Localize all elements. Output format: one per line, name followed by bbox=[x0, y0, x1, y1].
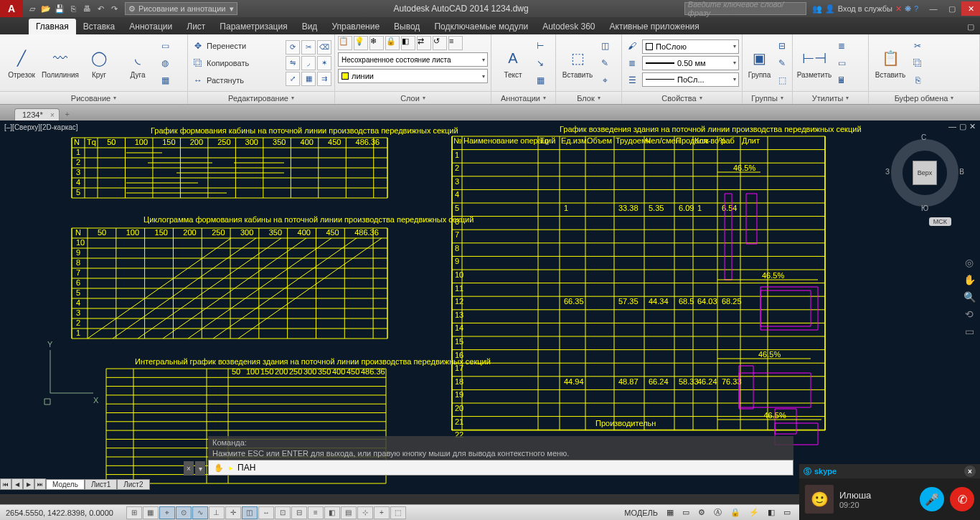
panel-annot-title[interactable]: Аннотации bbox=[491, 91, 555, 104]
status-clean-icon[interactable]: ▭ bbox=[781, 508, 793, 517]
mirror-icon[interactable]: ⇋ bbox=[286, 56, 300, 70]
paste-tool[interactable]: 📋Вставить bbox=[872, 37, 909, 90]
layer-iso-icon[interactable]: ◧ bbox=[401, 36, 415, 50]
minimize-button[interactable]: — bbox=[924, 1, 943, 16]
skype-close-icon[interactable]: × bbox=[964, 465, 976, 477]
qat-saveas-icon[interactable]: ⎘ bbox=[67, 2, 80, 15]
layout-tab-model[interactable]: Модель bbox=[46, 479, 85, 490]
offset-icon[interactable]: ⇉ bbox=[317, 72, 331, 86]
viewcube-n[interactable]: С bbox=[921, 133, 926, 141]
canvas-minimize-icon[interactable]: — bbox=[948, 122, 956, 131]
dim-linear-icon[interactable]: ⊢ bbox=[533, 38, 547, 54]
status-toggle-12[interactable]: ◧ bbox=[324, 506, 340, 519]
status-hw-icon[interactable]: ⚡ bbox=[746, 508, 762, 517]
layer-current-dropdown[interactable]: линии bbox=[338, 69, 488, 83]
status-grid-icon[interactable]: ▦ bbox=[664, 508, 677, 517]
stayconn-icon[interactable]: ❋ bbox=[905, 4, 911, 14]
layer-match-icon[interactable]: ⇄ bbox=[417, 36, 431, 50]
qat-save-icon[interactable]: 💾 bbox=[53, 2, 66, 15]
skype-notification[interactable]: Ⓢ skype × 🙂 Илюша 09:20 🎤 ✆ bbox=[799, 464, 980, 520]
calc-icon[interactable]: 🖩 bbox=[834, 72, 849, 88]
status-annoscale-icon[interactable]: Ⓐ bbox=[711, 507, 725, 518]
viewcube-w[interactable]: З bbox=[885, 168, 890, 176]
status-toggle-0[interactable]: ⊞ bbox=[126, 506, 142, 519]
draw-extra-1[interactable]: ▭ bbox=[158, 38, 172, 54]
cut-icon[interactable]: ✂ bbox=[910, 38, 925, 54]
layer-walk-icon[interactable]: ≡ bbox=[448, 36, 463, 50]
polyline-tool[interactable]: 〰Полилиния bbox=[42, 37, 79, 90]
ribbon-minimize-icon[interactable]: ▢ bbox=[961, 19, 980, 34]
copy-clip-icon[interactable]: ⿻ bbox=[910, 55, 925, 71]
ribbon-tab-5[interactable]: Вид bbox=[295, 19, 325, 34]
viewcube[interactable]: Верх С Ю В З bbox=[885, 133, 964, 212]
layout-last-icon[interactable]: ⏭ bbox=[34, 478, 46, 490]
erase-icon[interactable]: ⌫ bbox=[317, 40, 331, 55]
line-tool[interactable]: ╱Отрезок bbox=[3, 37, 40, 90]
ribbon-tab-2[interactable]: Аннотации bbox=[122, 19, 179, 34]
coordinates[interactable]: 2654.5550, 1422.8398, 0.0000 bbox=[0, 509, 119, 517]
infocenter-icon[interactable]: 👥 bbox=[812, 4, 822, 14]
layout-prev-icon[interactable]: ◀ bbox=[11, 478, 23, 490]
paste-spec-icon[interactable]: ⎘ bbox=[910, 72, 925, 88]
layer-prop-icon[interactable]: 📋 bbox=[338, 36, 352, 50]
ribbon-tab-6[interactable]: Управление bbox=[324, 19, 387, 34]
status-qp-icon[interactable]: ⚙ bbox=[695, 508, 708, 517]
color-dropdown[interactable]: ПоСлою bbox=[642, 39, 739, 54]
status-toggle-10[interactable]: ⊟ bbox=[291, 506, 307, 519]
status-toggle-5[interactable]: ⊥ bbox=[209, 506, 225, 519]
panel-groups-title[interactable]: Группы bbox=[743, 91, 792, 104]
lineweight-dropdown[interactable]: 0.50 мм bbox=[642, 56, 739, 70]
signin-area[interactable]: 👥 👤 Вход в службы ✕ ❋ ? bbox=[812, 4, 918, 14]
insert-block[interactable]: ⬚Вставить bbox=[559, 37, 596, 90]
viewcube-top[interactable]: Верх bbox=[913, 161, 937, 185]
help-icon[interactable]: ? bbox=[914, 4, 918, 13]
draw-extra-3[interactable]: ▦ bbox=[158, 72, 172, 88]
layout-next-icon[interactable]: ▶ bbox=[23, 478, 34, 490]
command-input[interactable] bbox=[237, 463, 788, 473]
viewcube-s[interactable]: Ю bbox=[921, 204, 928, 212]
model-space-button[interactable]: МОДЕЛЬ bbox=[621, 509, 661, 517]
qat-undo-icon[interactable]: ↶ bbox=[94, 2, 107, 15]
maximize-button[interactable]: ▢ bbox=[943, 1, 961, 16]
status-toggle-13[interactable]: ▤ bbox=[341, 506, 357, 519]
status-toggle-1[interactable]: ▦ bbox=[143, 506, 159, 519]
status-toggle-15[interactable]: + bbox=[374, 506, 390, 519]
circle-tool[interactable]: ◯Круг bbox=[80, 37, 118, 90]
ribbon-tab-0[interactable]: Главная bbox=[29, 19, 76, 34]
layer-prev-icon[interactable]: ↺ bbox=[433, 36, 447, 50]
status-toggle-6[interactable]: ✛ bbox=[225, 506, 241, 519]
ribbon-tab-10[interactable]: Активные приложения bbox=[603, 19, 707, 34]
close-button[interactable]: ✕ bbox=[961, 1, 980, 16]
trim-icon[interactable]: ✂ bbox=[301, 40, 316, 55]
panel-utils-title[interactable]: Утилиты bbox=[793, 91, 868, 104]
matchprop-icon[interactable]: 🖌 bbox=[625, 38, 639, 54]
qat-new-icon[interactable]: ▱ bbox=[26, 2, 39, 15]
panel-clip-title[interactable]: Буфер обмена bbox=[869, 91, 979, 104]
draw-extra-2[interactable]: ◍ bbox=[158, 55, 172, 71]
viewcube-e[interactable]: В bbox=[959, 168, 964, 176]
status-toggle-11[interactable]: ≡ bbox=[308, 506, 324, 519]
command-line[interactable]: ✋ ▸ bbox=[208, 460, 793, 476]
layer-off-icon[interactable]: 💡 bbox=[354, 36, 368, 50]
ribbon-tab-3[interactable]: Лист bbox=[179, 19, 212, 34]
leader-icon[interactable]: ↘ bbox=[533, 55, 547, 71]
group-sel-icon[interactable]: ⬚ bbox=[775, 72, 789, 88]
status-iso-icon[interactable]: ◧ bbox=[765, 508, 778, 517]
status-toggle-9[interactable]: ⊡ bbox=[275, 506, 291, 519]
ribbon-tab-8[interactable]: Подключаемые модули bbox=[427, 19, 535, 34]
file-tab[interactable]: 1234*× bbox=[14, 108, 60, 120]
file-tab-add-icon[interactable]: + bbox=[61, 108, 74, 120]
status-layout-icon[interactable]: ▭ bbox=[679, 508, 692, 517]
table-icon[interactable]: ▦ bbox=[533, 72, 547, 88]
qselect-icon[interactable]: ≣ bbox=[834, 38, 849, 54]
panel-block-title[interactable]: Блок bbox=[556, 91, 621, 104]
bylayer-icon[interactable]: ≣ bbox=[625, 55, 639, 71]
layout-first-icon[interactable]: ⏮ bbox=[0, 478, 11, 490]
status-toggle-14[interactable]: ⊹ bbox=[357, 506, 373, 519]
group-edit-icon[interactable]: ✎ bbox=[775, 55, 789, 71]
status-toggle-4[interactable]: ∿ bbox=[192, 506, 208, 519]
ribbon-tab-4[interactable]: Параметризация bbox=[212, 19, 294, 34]
nav-show-icon[interactable]: ▭ bbox=[963, 326, 976, 339]
skype-mic-button[interactable]: 🎤 bbox=[920, 487, 944, 511]
canvas-close-icon[interactable]: ✕ bbox=[969, 122, 976, 131]
